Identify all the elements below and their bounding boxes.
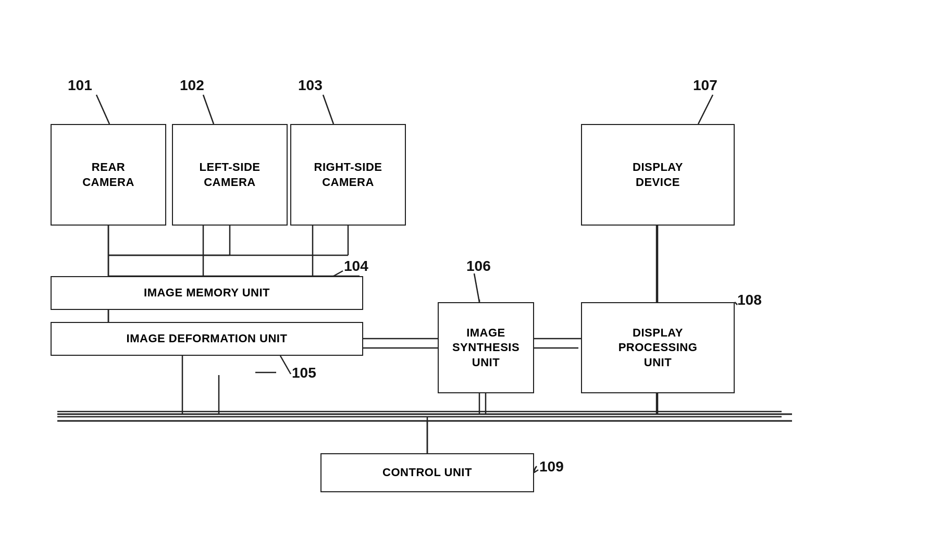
display-device-block: DISPLAYDEVICE [581,124,735,226]
ref-101: 101 [68,77,92,94]
svg-line-29 [474,273,479,302]
svg-line-20 [333,271,343,276]
ref-108: 108 [737,292,762,308]
right-camera-label: RIGHT-SIDECAMERA [314,160,382,190]
svg-line-17 [96,95,109,124]
ref-103: 103 [298,77,323,94]
ref-104: 104 [344,258,368,275]
right-camera-block: RIGHT-SIDECAMERA [290,124,406,226]
image-synthesis-block: IMAGESYNTHESISUNIT [438,302,534,393]
image-memory-label: IMAGE MEMORY UNIT [144,285,270,301]
image-synthesis-label: IMAGESYNTHESISUNIT [452,326,520,370]
ref-105: 105 [292,365,316,381]
rear-camera-block: REARCAMERA [51,124,166,226]
display-processing-label: DISPLAYPROCESSINGUNIT [619,326,698,370]
ref-107: 107 [693,77,718,94]
svg-line-30 [698,95,713,124]
left-camera-block: LEFT-SIDECAMERA [172,124,288,226]
control-unit-label: CONTROL UNIT [382,465,472,480]
ref-106: 106 [466,258,491,275]
svg-line-19 [323,95,333,124]
svg-line-21 [280,356,291,374]
display-device-label: DISPLAYDEVICE [633,160,683,190]
image-memory-block: IMAGE MEMORY UNIT [51,276,363,310]
rear-camera-label: REARCAMERA [82,160,134,190]
svg-line-18 [203,95,214,124]
display-processing-block: DISPLAYPROCESSINGUNIT [581,302,735,393]
image-deformation-block: IMAGE DEFORMATION UNIT [51,322,363,356]
ref-109: 109 [539,458,564,475]
control-unit-block: CONTROL UNIT [320,453,534,492]
image-deformation-label: IMAGE DEFORMATION UNIT [127,331,288,346]
left-camera-label: LEFT-SIDECAMERA [200,160,261,190]
svg-line-40 [534,470,538,472]
ref-102: 102 [180,77,204,94]
